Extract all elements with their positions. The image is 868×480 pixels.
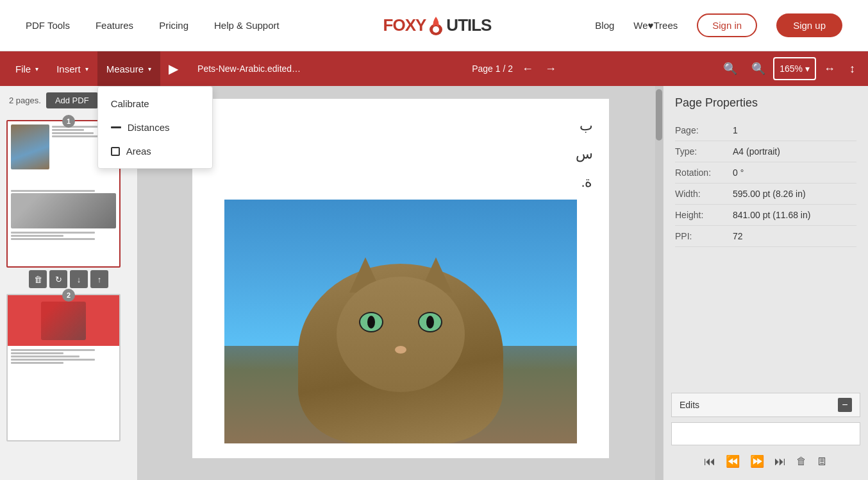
fit-height-icon: ↕ [849, 62, 855, 76]
thumb-line [52, 126, 103, 128]
measure-calibrate-item[interactable]: Calibrate [98, 92, 212, 116]
measure-menu-wrapper: Measure ▾ Calibrate Distances Areas [97, 51, 160, 86]
search-icon-button[interactable]: 🔍 [717, 51, 744, 86]
svg-point-1 [433, 26, 439, 33]
page2-thumbnail[interactable] [6, 294, 121, 441]
prop-ppi-value: 72 [733, 231, 743, 241]
prop-type-label: Type: [675, 146, 733, 157]
zoom-selector[interactable]: 165% ▾ [773, 57, 816, 80]
skip-to-start-button[interactable]: ⏮ [700, 450, 719, 472]
move-up-page1-button[interactable]: ↑ [90, 270, 108, 288]
thumb-line [52, 132, 94, 134]
viewer-scrollbar[interactable] [655, 86, 663, 480]
toolbar-right-icons: 🔍 🔍 165% ▾ ↔ ↕ [717, 51, 862, 86]
cat-head-area [337, 277, 465, 392]
next-page-button[interactable]: → [542, 62, 559, 76]
cat-left-eye [359, 312, 383, 332]
page1-actions: 🗑 ↻ ↓ ↑ [6, 268, 131, 291]
arabic-line1: ب [208, 112, 593, 140]
measure-areas-item[interactable]: Areas [98, 139, 212, 163]
nav-links-left: PDF Tools Features Pricing Help & Suppor… [26, 20, 280, 31]
edits-section: Edits − ⏮ ⏪ ⏩ ⏭ 🗑 🗏 [664, 385, 868, 480]
prop-rotation-label: Rotation: [675, 167, 733, 178]
next-edit-button[interactable]: ⏩ [746, 450, 768, 472]
thumb-line [11, 349, 95, 351]
nav-blog[interactable]: Blog [595, 20, 614, 31]
edits-playback-controls: ⏮ ⏪ ⏩ ⏭ 🗑 🗏 [671, 450, 860, 472]
delete-page1-button[interactable]: 🗑 [29, 270, 47, 288]
copy-edit-button[interactable]: 🗏 [813, 450, 832, 472]
thumb2-image [41, 302, 86, 340]
logo-flame-icon [427, 15, 445, 36]
nav-wetrees[interactable]: We♥Trees [633, 20, 678, 31]
page2-badge: 2 [62, 289, 75, 302]
page1-badge: 1 [62, 115, 75, 128]
move-down-page1-button[interactable]: ↓ [70, 270, 88, 288]
search-icon: 🔍 [723, 62, 737, 76]
zoom-in-icon: 🔍 [751, 62, 765, 76]
thumb-line [11, 190, 95, 192]
thumb-line [11, 362, 63, 364]
nav-pdf-tools[interactable]: PDF Tools [26, 20, 70, 31]
thumb-line [11, 238, 95, 240]
page2-wrapper: 2 [6, 294, 131, 441]
prop-width-label: Width: [675, 189, 733, 199]
prev-edit-button[interactable]: ⏪ [722, 450, 744, 472]
insert-menu-label: Insert [56, 64, 81, 74]
nav-features[interactable]: Features [96, 20, 133, 31]
insert-menu-button[interactable]: Insert ▾ [47, 51, 97, 86]
delete-edit-button[interactable]: 🗑 [792, 450, 810, 472]
logo[interactable]: FOXYUTILS [383, 15, 492, 36]
add-pdf-button[interactable]: Add PDF [46, 92, 98, 108]
rotate-page1-button[interactable]: ↻ [49, 270, 67, 288]
toolbar: File ▾ Insert ▾ Measure ▾ Calibrate Dist… [0, 51, 868, 86]
page-properties-title: Page Properties [664, 86, 868, 120]
cursor-tool-button[interactable]: ▶ [160, 51, 186, 86]
fit-width-button[interactable]: ↔ [817, 51, 842, 86]
thumb2-top [8, 295, 119, 346]
thumb-line [11, 235, 63, 237]
areas-checkbox-icon [111, 147, 120, 156]
pdf-viewer[interactable]: ب س ة. [138, 86, 663, 480]
file-dropdown-arrow: ▾ [35, 65, 38, 73]
logo-utils: UTILS [446, 15, 491, 35]
edits-input-field[interactable] [671, 422, 860, 445]
nav-pricing[interactable]: Pricing [159, 20, 188, 31]
nav-help-support[interactable]: Help & Support [214, 20, 280, 31]
skip-to-end-button[interactable]: ⏭ [771, 450, 790, 472]
edits-minus-button[interactable]: − [838, 398, 852, 412]
zoom-dropdown-arrow: ▾ [805, 64, 810, 74]
top-navigation: PDF Tools Features Pricing Help & Suppor… [0, 0, 868, 51]
prop-type-value: A4 (portrait) [733, 146, 780, 157]
measure-menu-button[interactable]: Measure ▾ [97, 51, 160, 86]
signin-button[interactable]: Sign in [697, 13, 757, 37]
measure-dropdown-arrow: ▾ [148, 65, 151, 73]
edits-bar: Edits − [671, 393, 860, 417]
prop-page-value: 1 [733, 125, 738, 135]
prop-width-value: 595.00 pt (8.26 in) [733, 189, 806, 199]
thumb1-dog-image [11, 193, 116, 228]
prop-ppi-label: PPI: [675, 231, 733, 241]
thumb1-bottom [8, 187, 119, 266]
pdf-cat-image [224, 200, 577, 443]
filename-display: Pets-New-Arabic.edited.pc [186, 64, 314, 74]
prop-type: Type: A4 (portrait) [675, 141, 856, 162]
zoom-in-button[interactable]: 🔍 [745, 51, 772, 86]
prop-ppi: PPI: 72 [675, 226, 856, 247]
distances-icon [111, 126, 121, 128]
file-menu-label: File [15, 64, 31, 74]
prev-page-button[interactable]: ← [519, 62, 536, 76]
insert-dropdown-arrow: ▾ [85, 65, 88, 73]
distances-label: Distances [128, 122, 170, 133]
file-menu-button[interactable]: File ▾ [6, 51, 47, 86]
prop-rotation-value: 0 ° [733, 167, 744, 178]
fit-width-icon: ↔ [824, 62, 835, 76]
thumb-line [11, 356, 79, 357]
prop-rotation: Rotation: 0 ° [675, 162, 856, 184]
prop-height: Height: 841.00 pt (11.68 in) [675, 205, 856, 226]
nav-right: Blog We♥Trees Sign in Sign up [595, 13, 842, 37]
properties-table: Page: 1 Type: A4 (portrait) Rotation: 0 … [664, 120, 868, 247]
measure-distances-item[interactable]: Distances [98, 116, 212, 139]
signup-button[interactable]: Sign up [776, 13, 842, 37]
fit-height-button[interactable]: ↕ [843, 51, 862, 86]
